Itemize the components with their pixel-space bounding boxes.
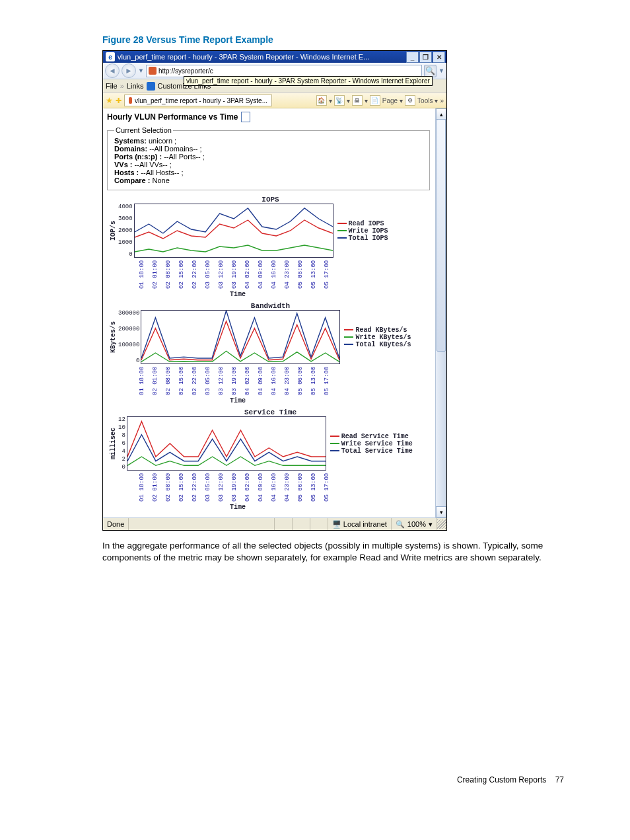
zoom-value: 100% (407, 520, 426, 528)
label-vvs: VVs : (114, 161, 133, 169)
chart-bw-xlabel: Time (139, 397, 337, 404)
label-ports: Ports (n:s:p) : (114, 153, 162, 161)
chart-st-xlabel: Time (139, 504, 337, 511)
label-compare: Compare : (114, 176, 150, 184)
value-ports: --All Ports-- ; (164, 153, 205, 161)
intranet-icon: 🖥️ (332, 520, 341, 529)
page-footer: Creating Custom Reports 77 (102, 775, 564, 784)
page-menu[interactable]: Page (382, 97, 398, 104)
file-menu[interactable]: File (106, 82, 118, 90)
chart-iops-title: IOPS (108, 196, 433, 204)
value-domains: --All Domains-- ; (149, 145, 201, 153)
footer-section: Creating Custom Reports (457, 775, 546, 784)
chart-st-yticks: 121086420 (118, 416, 127, 471)
chart-st-xaxis: 01 18:0002 01:0002 08:0002 15:0002 22:00… (139, 471, 337, 504)
scroll-thumb[interactable] (437, 119, 446, 352)
resize-grip[interactable] (437, 519, 446, 529)
home-icon[interactable]: 🏠 (316, 95, 327, 106)
menu-chevrons[interactable]: » (120, 82, 124, 90)
address-tooltip: vlun_perf_time report - hourly - 3PAR Sy… (184, 76, 433, 86)
report-content: Hourly VLUN Performance vs Time Current … (103, 108, 435, 517)
back-button[interactable]: ◄ (105, 63, 120, 78)
export-icon[interactable] (241, 112, 250, 122)
chart-iops-xaxis: 01 18:0002 01:0002 08:0002 15:0002 22:00… (139, 258, 337, 291)
page-menu-icon[interactable]: 📄 (370, 95, 380, 106)
restore-button[interactable]: ❐ (419, 52, 432, 63)
links-label: Links (127, 82, 144, 90)
chart-iops-ylabel: IOP/s (108, 221, 118, 241)
status-done: Done (103, 518, 129, 530)
favorites-star-icon[interactable]: ★ (106, 96, 113, 105)
chart-bw-yticks: 3000002000001000000 (118, 310, 141, 364)
zone-text: Local intranet (343, 520, 387, 528)
active-tab[interactable]: vlun_perf_time report - hourly - 3PAR Sy… (124, 95, 272, 106)
ie-icon: e (106, 52, 115, 61)
minimize-button[interactable]: _ (406, 52, 419, 63)
label-domains: Domains: (114, 145, 147, 153)
browser-window: e vlun_perf_time report - hourly - 3PAR … (102, 50, 447, 531)
chart-st-plot (127, 416, 326, 471)
close-button[interactable]: ✕ (433, 52, 445, 63)
address-url: http://sysreporter/c (158, 67, 213, 75)
chart-bw-xaxis: 01 18:0002 01:0002 08:0002 15:0002 22:00… (139, 364, 337, 397)
zoom-control[interactable]: 🔍 100% ▾ (392, 518, 437, 530)
footer-page: 77 (555, 775, 564, 784)
toolbar-chevrons[interactable]: » (440, 97, 444, 104)
tab-title: vlun_perf_time report - hourly - 3PAR Sy… (135, 97, 267, 104)
label-systems: Systems: (114, 137, 147, 145)
tools-menu[interactable]: Tools (417, 97, 433, 104)
chart-svctime: Service Time millisec 121086420 Read Ser… (108, 408, 433, 511)
zoom-icon: 🔍 (396, 520, 405, 529)
chart-bw-title: Bandwidth (108, 302, 433, 310)
value-compare: None (152, 176, 169, 184)
chart-st-legend: Read Service TimeWrite Service TimeTotal… (330, 433, 413, 455)
current-selection-fieldset: Current Selection Systems: unicorn ; Dom… (107, 126, 430, 190)
chart-bw-ylabel: KBytes/s (108, 321, 118, 353)
address-bar: ◄ ► ▼ http://sysreporter/c vlun_perf_tim… (103, 63, 446, 79)
scroll-up-button[interactable]: ▴ (436, 108, 446, 120)
chart-bw-legend: Read KBytes/sWrite KBytes/sTotal KBytes/… (344, 326, 411, 348)
chart-iops-xlabel: Time (139, 291, 337, 298)
chart-bandwidth: Bandwidth KBytes/s 3000002000001000000 R… (108, 302, 433, 404)
current-selection-legend: Current Selection (114, 126, 173, 134)
forward-button[interactable]: ► (122, 63, 136, 78)
titlebar: e vlun_perf_time report - hourly - 3PAR … (103, 51, 446, 63)
chart-st-ylabel: millisec (108, 428, 118, 459)
feeds-icon[interactable]: 📡 (334, 95, 345, 106)
chart-st-title: Service Time (108, 408, 433, 416)
search-dropdown-icon[interactable]: ▼ (438, 67, 444, 74)
chart-bw-plot (141, 310, 340, 364)
status-bar: Done 🖥️ Local intranet 🔍 100% ▾ (103, 517, 446, 530)
add-favorites-icon[interactable]: ✚ (116, 96, 122, 105)
tab-favicon-icon (129, 97, 132, 104)
security-zone: 🖥️ Local intranet (328, 518, 392, 530)
chart-iops-legend: Read IOPSWrite IOPSTotal IOPS (337, 220, 388, 242)
chart-iops-plot (134, 204, 333, 258)
chart-iops: IOPS IOP/s 40003000200010000 Read IOPSWr… (108, 196, 433, 298)
tab-bar: ★ ✚ vlun_perf_time report - hourly - 3PA… (103, 93, 446, 108)
go-button[interactable]: 🔍 (424, 65, 437, 77)
scroll-down-button[interactable]: ▾ (436, 506, 446, 517)
window-title: vlun_perf_time report - hourly - 3PAR Sy… (118, 53, 405, 61)
chart-iops-yticks: 40003000200010000 (118, 204, 134, 258)
print-icon[interactable]: 🖶 (352, 95, 363, 106)
value-hosts: --All Hosts-- ; (141, 169, 183, 176)
value-systems: unicorn ; (149, 137, 176, 145)
site-favicon-icon (149, 67, 157, 75)
dropdown-icon[interactable]: ▼ (138, 67, 144, 74)
body-paragraph: In the aggregate performance of all the … (102, 540, 564, 564)
report-heading-row: Hourly VLUN Performance vs Time (106, 111, 435, 126)
tools-menu-icon[interactable]: ⚙ (405, 95, 415, 106)
figure-caption: Figure 28 Versus Time Report Example (102, 34, 564, 45)
label-hosts: Hosts : (114, 169, 139, 176)
address-field[interactable]: http://sysreporter/c (146, 65, 422, 77)
vertical-scrollbar[interactable]: ▴ ▾ (435, 108, 446, 517)
value-vvs: --All VVs-- ; (135, 161, 172, 169)
ie-small-icon (147, 82, 155, 91)
report-heading: Hourly VLUN Performance vs Time (107, 112, 238, 122)
